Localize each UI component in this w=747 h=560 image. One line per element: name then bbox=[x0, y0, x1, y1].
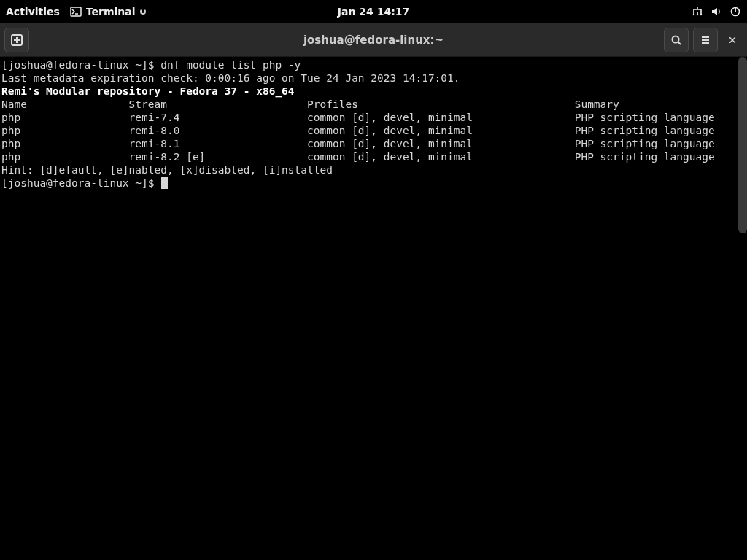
close-button[interactable] bbox=[722, 30, 743, 50]
terminal-headerbar: joshua@fedora-linux:~ bbox=[0, 23, 747, 57]
cursor bbox=[161, 177, 168, 189]
terminal-line: php remi-8.1 common [d], devel, minimal … bbox=[1, 137, 746, 150]
terminal-line: php remi-7.4 common [d], devel, minimal … bbox=[1, 111, 746, 124]
hamburger-menu-button[interactable] bbox=[693, 28, 718, 52]
terminal-line: php remi-8.0 common [d], devel, minimal … bbox=[1, 124, 746, 137]
clock[interactable]: Jan 24 14:17 bbox=[338, 6, 409, 18]
window-title: joshua@fedora-linux:~ bbox=[303, 34, 444, 47]
power-icon[interactable] bbox=[729, 6, 741, 18]
terminal-line: Name Stream Profiles Summary bbox=[1, 98, 746, 111]
terminal-viewport[interactable]: [joshua@fedora-linux ~]$ dnf module list… bbox=[0, 57, 747, 560]
volume-icon[interactable] bbox=[711, 6, 722, 18]
terminal-icon bbox=[70, 6, 82, 18]
spinner-icon bbox=[140, 9, 146, 15]
svg-rect-0 bbox=[71, 7, 81, 16]
new-tab-button[interactable] bbox=[4, 28, 29, 52]
svg-point-3 bbox=[700, 14, 702, 15]
terminal-line: Last metadata expiration check: 0:00:16 … bbox=[1, 71, 746, 85]
svg-point-6 bbox=[673, 36, 679, 42]
app-menu-label: Terminal bbox=[86, 6, 136, 18]
activities-button[interactable]: Activities bbox=[6, 6, 60, 18]
app-menu[interactable]: Terminal bbox=[70, 6, 146, 18]
terminal-line: [joshua@fedora-linux ~]$ bbox=[1, 176, 746, 190]
network-icon[interactable] bbox=[692, 6, 703, 18]
terminal-line: [joshua@fedora-linux ~]$ dnf module list… bbox=[1, 58, 746, 71]
gnome-top-panel: Activities Terminal Jan 24 14:17 bbox=[0, 0, 747, 23]
svg-point-2 bbox=[697, 14, 698, 15]
search-button[interactable] bbox=[664, 28, 689, 52]
svg-point-1 bbox=[693, 14, 694, 15]
terminal-line: Hint: [d]efault, [e]nabled, [x]disabled,… bbox=[1, 163, 746, 176]
terminal-line: php remi-8.2 [e] common [d], devel, mini… bbox=[1, 150, 746, 163]
terminal-line: Remi's Modular repository - Fedora 37 - … bbox=[1, 85, 746, 98]
